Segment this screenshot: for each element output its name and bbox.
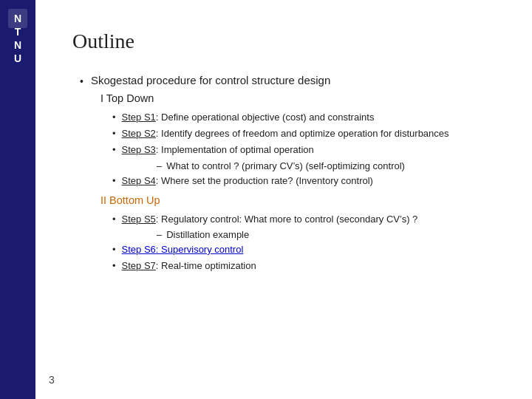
step-s5-text: Step S5: Regulatory control: What more t…	[122, 213, 418, 226]
step-s4-item: • Step S4: Where set the production rate…	[112, 174, 495, 188]
dash-item-s5: – Distillation example	[157, 229, 495, 240]
dash-symbol-s5: –	[157, 229, 162, 240]
step-s2-prefix: Step S2	[122, 128, 156, 139]
svg-text:T: T	[15, 26, 21, 38]
step-s7-text: Step S7: Real-time optimization	[122, 259, 256, 273]
step-s7-suffix: : Real-time optimization	[156, 260, 256, 271]
step-s3-text: Step S3: Implementation of optimal opera…	[122, 143, 314, 157]
step-s1-item: • Step S1: Define operational objective …	[112, 111, 495, 124]
dash-text-s3: What to control ? (primary CV’s) (self-o…	[166, 160, 405, 171]
step-s1-text: Step S1: Define operational objective (c…	[122, 111, 375, 124]
step-s6-item: • Step S6: Supervisory control	[112, 243, 495, 256]
step-s5-suffix: : Regulatory control: What more to contr…	[156, 214, 418, 225]
step-s2-dot: •	[112, 128, 116, 139]
step-s7-prefix: Step S7	[122, 260, 156, 271]
step-s3-dot: •	[112, 144, 116, 155]
svg-text:N: N	[14, 13, 21, 24]
step-s3-item: • Step S3: Implementation of optimal ope…	[112, 143, 495, 157]
main-content: Outline • Skogestad procedure for contro…	[35, 0, 532, 399]
step-s3-suffix: : Implementation of optimal operation	[156, 144, 314, 155]
step-s1-suffix: : Define operational objective (cost) an…	[156, 112, 375, 123]
svg-text:N: N	[14, 39, 21, 51]
main-bullet-text: Skogestad procedure for control structur…	[91, 74, 330, 86]
step-s1-dot: •	[112, 112, 116, 123]
step-s1-prefix: Step S1	[122, 112, 156, 123]
dash-item-s3: – What to control ? (primary CV’s) (self…	[157, 160, 495, 171]
step-s4-suffix: : Where set the production rate? (Invent…	[156, 175, 373, 186]
step-s7-dot: •	[112, 260, 116, 271]
step-s2-text: Step S2: Identify degrees of freedom and…	[122, 127, 449, 140]
step-s2-item: • Step S2: Identify degrees of freedom a…	[112, 127, 495, 140]
step-s7-item: • Step S7: Real-time optimization	[112, 259, 495, 273]
step-s6-prefix: Step S6	[122, 244, 156, 255]
step-s5-dot: •	[112, 214, 116, 225]
step-s5-prefix: Step S5	[122, 214, 156, 225]
step-s4-prefix: Step S4	[122, 175, 156, 186]
section-i-header-text: I Top Down	[100, 92, 154, 104]
page-number: 3	[49, 374, 55, 386]
dash-text-s5: Distillation example	[166, 229, 249, 240]
step-s6-text: Step S6: Supervisory control	[122, 243, 244, 256]
ntnu-logo: N T N U	[5, 7, 30, 33]
bullet-section: • Skogestad procedure for control struct…	[80, 74, 495, 276]
section-ii-header: II Bottom Up	[100, 194, 495, 207]
sidebar: N T N U	[0, 0, 35, 399]
bullet-dot-main: •	[80, 75, 83, 87]
step-s4-text: Step S4: Where set the production rate? …	[122, 174, 373, 188]
section-i-header: I Top Down	[100, 92, 495, 105]
step-s3-prefix: Step S3	[122, 144, 156, 155]
step-s5-item: • Step S5: Regulatory control: What more…	[112, 213, 495, 226]
section-ii-sub-bullets: • Step S5: Regulatory control: What more…	[112, 213, 495, 273]
dash-symbol-s3: –	[157, 160, 162, 171]
step-s2-suffix: : Identify degrees of freedom and optimi…	[156, 128, 449, 139]
svg-text:U: U	[14, 52, 21, 64]
section-ii-header-text: II Bottom Up	[100, 194, 160, 206]
step-s6-suffix: : Supervisory control	[156, 244, 244, 255]
step-s4-dot: •	[112, 175, 116, 186]
page-title: Outline	[72, 30, 495, 53]
step-s6-dot: •	[112, 244, 116, 255]
section-i-sub-bullets: • Step S1: Define operational objective …	[112, 111, 495, 188]
main-bullet-item: • Skogestad procedure for control struct…	[80, 74, 495, 87]
